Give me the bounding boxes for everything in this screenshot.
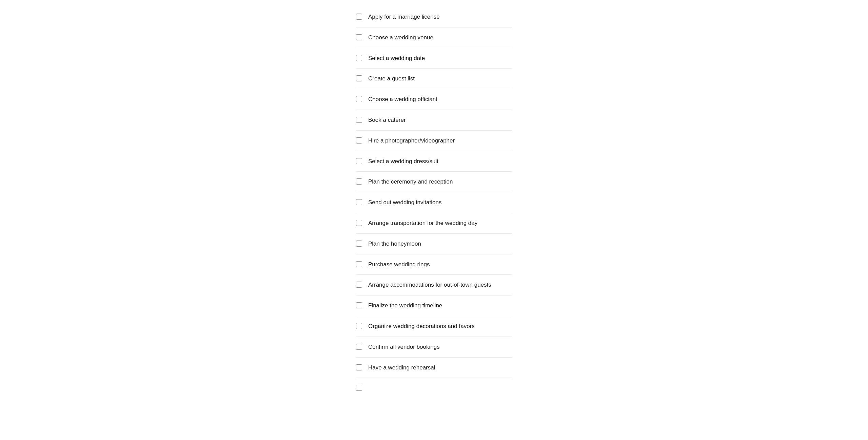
- list-item: Choose a wedding officiant: [356, 89, 512, 110]
- item-label-choose-wedding-venue[interactable]: Choose a wedding venue: [368, 34, 433, 42]
- item-label-confirm-vendor-bookings[interactable]: Confirm all vendor bookings: [368, 343, 440, 351]
- list-item: Apply for a marriage license: [356, 7, 512, 27]
- list-item: Choose a wedding venue: [356, 27, 512, 48]
- list-item: Arrange accommodations for out-of-town g…: [356, 275, 512, 295]
- list-item: Plan the honeymoon: [356, 234, 512, 254]
- list-item: Book a caterer: [356, 110, 512, 131]
- checkbox-hire-photographer-videographer[interactable]: [356, 137, 362, 144]
- checkbox-choose-wedding-officiant[interactable]: [356, 96, 362, 102]
- list-item: Organize wedding decorations and favors: [356, 316, 512, 337]
- page-container: Apply for a marriage licenseChoose a wed…: [0, 0, 868, 440]
- item-label-send-out-invitations[interactable]: Send out wedding invitations: [368, 198, 441, 207]
- item-label-finalize-wedding-timeline[interactable]: Finalize the wedding timeline: [368, 302, 442, 310]
- list-item: Purchase wedding rings: [356, 254, 512, 275]
- list-item: Have a wedding rehearsal: [356, 358, 512, 378]
- item-label-organize-decorations-favors[interactable]: Organize wedding decorations and favors: [368, 322, 475, 330]
- list-item: Plan the ceremony and reception: [356, 172, 512, 192]
- checkbox-plan-honeymoon[interactable]: [356, 241, 362, 247]
- checkbox-have-wedding-rehearsal[interactable]: [356, 364, 362, 370]
- list-item: Create a guest list: [356, 69, 512, 89]
- checkbox-select-wedding-dress-suit[interactable]: [356, 158, 362, 164]
- list-item: Finalize the wedding timeline: [356, 295, 512, 316]
- list-item: Hire a photographer/videographer: [356, 131, 512, 151]
- item-label-arrange-transportation[interactable]: Arrange transportation for the wedding d…: [368, 219, 477, 227]
- checkbox-confirm-vendor-bookings[interactable]: [356, 344, 362, 350]
- checkbox-partial-item[interactable]: [356, 385, 362, 391]
- item-label-create-guest-list[interactable]: Create a guest list: [368, 75, 415, 83]
- item-label-apply-marriage-license[interactable]: Apply for a marriage license: [368, 13, 440, 21]
- checkbox-plan-ceremony-reception[interactable]: [356, 178, 362, 185]
- item-label-have-wedding-rehearsal[interactable]: Have a wedding rehearsal: [368, 364, 435, 372]
- list-item: Confirm all vendor bookings: [356, 337, 512, 358]
- item-label-choose-wedding-officiant[interactable]: Choose a wedding officiant: [368, 95, 437, 103]
- checkbox-send-out-invitations[interactable]: [356, 199, 362, 205]
- item-label-arrange-accommodations[interactable]: Arrange accommodations for out-of-town g…: [368, 281, 491, 289]
- checkbox-apply-marriage-license[interactable]: [356, 14, 362, 20]
- item-label-plan-ceremony-reception[interactable]: Plan the ceremony and reception: [368, 178, 453, 186]
- item-label-plan-honeymoon[interactable]: Plan the honeymoon: [368, 240, 421, 248]
- checkbox-organize-decorations-favors[interactable]: [356, 323, 362, 329]
- checkbox-arrange-accommodations[interactable]: [356, 282, 362, 288]
- checkbox-choose-wedding-venue[interactable]: [356, 34, 362, 40]
- checklist-container: Apply for a marriage licenseChoose a wed…: [356, 7, 512, 397]
- item-label-purchase-wedding-rings[interactable]: Purchase wedding rings: [368, 261, 430, 269]
- list-item: Send out wedding invitations: [356, 192, 512, 213]
- list-item: Select a wedding date: [356, 48, 512, 69]
- list-item: Select a wedding dress/suit: [356, 151, 512, 172]
- item-label-select-wedding-dress-suit[interactable]: Select a wedding dress/suit: [368, 157, 438, 166]
- checkbox-finalize-wedding-timeline[interactable]: [356, 302, 362, 308]
- item-label-book-caterer[interactable]: Book a caterer: [368, 116, 406, 124]
- checkbox-book-caterer[interactable]: [356, 117, 362, 123]
- item-label-hire-photographer-videographer[interactable]: Hire a photographer/videographer: [368, 137, 455, 145]
- checkbox-select-wedding-date[interactable]: [356, 55, 362, 61]
- checkbox-purchase-wedding-rings[interactable]: [356, 261, 362, 267]
- checkbox-create-guest-list[interactable]: [356, 75, 362, 81]
- item-label-select-wedding-date[interactable]: Select a wedding date: [368, 54, 425, 62]
- list-item: [356, 378, 512, 397]
- checkbox-arrange-transportation[interactable]: [356, 220, 362, 226]
- list-item: Arrange transportation for the wedding d…: [356, 213, 512, 234]
